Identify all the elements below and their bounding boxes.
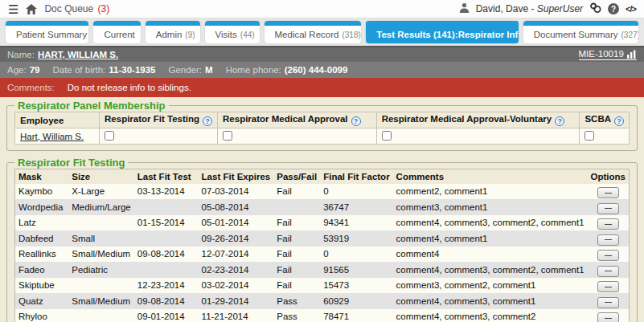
col-last-fit-expires: Last Fit Expires — [199, 169, 274, 184]
tab-current[interactable]: Current — [93, 21, 140, 43]
cell-size: Small/Medium — [68, 293, 134, 309]
comments-value: Do not release info to siblings. — [68, 83, 191, 92]
cell-last-fit-test: 03-13-2014 — [134, 184, 199, 200]
tab-patient-summary[interactable]: Patient Summary — [6, 21, 88, 43]
patient-id-chart-link[interactable]: MIE-10019 — [579, 49, 637, 60]
doc-queue-link[interactable]: Doc Queue — [44, 3, 93, 14]
user-role: SuperUser — [537, 3, 583, 14]
table-row: ReallinksSmall/Medium09-08-201412-07-201… — [15, 247, 630, 263]
respirator-fit-testing-checkbox[interactable] — [105, 131, 114, 141]
cell-comments: comment4, comment1 — [393, 230, 588, 247]
options-button[interactable] — [597, 203, 619, 214]
link-icon[interactable] — [589, 2, 601, 15]
options-button[interactable] — [597, 312, 619, 322]
col-label: SCBA — [585, 114, 611, 124]
hamburger-menu-icon[interactable]: ☰ — [8, 3, 18, 15]
tab-visits[interactable]: Visits(44) — [205, 21, 260, 43]
user-name[interactable]: David, Dave - — [476, 3, 537, 14]
section-title: Respirator Fit Testing — [14, 157, 128, 169]
cell-pass-fail: Pass — [273, 309, 320, 322]
col-employee: Employee — [15, 112, 100, 128]
respirator-panel-membership-section: Respirator Panel Membership Employee Res… — [6, 100, 638, 151]
help-icon[interactable]: ? — [203, 116, 212, 126]
cell-comments: comment3, comment2, comment1 — [393, 278, 588, 294]
chart-tab-bar: Patient Summary Current Admin(9) Visits(… — [0, 18, 644, 46]
doc-queue-count: (3) — [98, 3, 110, 14]
cell-final-fit-factor: 94341 — [320, 215, 392, 231]
dob-value: 11-30-1935 — [109, 65, 155, 75]
cell-size — [68, 309, 134, 322]
minus-icon — [605, 271, 612, 271]
options-button[interactable] — [597, 266, 619, 277]
cell-mask: Quatz — [15, 293, 69, 309]
cell-last-fit-expires: 02-23-2014 — [199, 262, 274, 278]
cell-comments: comment2, comment1 — [393, 184, 588, 200]
respirator-fit-testing-section: Respirator Fit Testing Mask Size Last Fi… — [6, 157, 638, 322]
options-button[interactable] — [597, 250, 619, 261]
bar-chart-icon — [626, 50, 637, 59]
age-label: Age: — [7, 65, 27, 75]
cell-pass-fail — [273, 199, 320, 215]
cell-last-fit-expires: 09-26-2014 — [199, 230, 274, 247]
cell-pass-fail: Pass — [273, 293, 320, 309]
tab-test-results-respirator-info[interactable]: Test Results (141):Respirator Info — [366, 21, 518, 43]
tab-document-summary[interactable]: Document Summary(327) — [523, 21, 638, 43]
cell-last-fit-expires: 05-01-2014 — [199, 215, 274, 231]
tab-label: Admin — [156, 30, 183, 39]
options-button[interactable] — [597, 297, 619, 308]
section-title: Respirator Panel Membership — [14, 100, 169, 112]
tab-count: (327) — [621, 31, 638, 39]
employee-link[interactable]: Hart, William S. — [20, 132, 84, 141]
cell-last-fit-test: 09-08-2014 — [134, 293, 199, 309]
cell-mask: Rhyloo — [15, 309, 69, 322]
help-icon[interactable]: ? — [614, 116, 624, 126]
table-row: DabfeedSmall09-26-2014Fail53919comment4,… — [15, 230, 630, 247]
cell-mask: Dabfeed — [15, 230, 69, 247]
patient-name-link[interactable]: HART, WILLIAM S. — [38, 50, 118, 59]
cell-mask: Fadeo — [15, 262, 69, 278]
help-icon[interactable]: ? — [608, 3, 619, 14]
col-label: Respirator Medical Approval-Voluntary — [382, 114, 552, 124]
col-final-fit-factor: Final Fit Factor — [320, 169, 392, 184]
cell-pass-fail: Fail — [273, 262, 320, 278]
col-last-fit-test: Last Fit Test — [134, 169, 199, 184]
table-row: Rhyloo09-01-201411-21-2014Pass78471comme… — [15, 309, 630, 322]
options-button[interactable] — [597, 218, 619, 230]
gender-value: M — [205, 65, 213, 75]
minus-icon — [605, 193, 612, 194]
help-icon[interactable]: ? — [555, 116, 564, 126]
patient-demographics-bar: Age:79 Date of birth:11-30-1935 Gender:M… — [0, 62, 644, 78]
table-row: QuatzSmall/Medium09-08-201401-29-2014Pas… — [15, 293, 630, 309]
cell-final-fit-factor: 36747 — [320, 199, 392, 215]
tab-medical-record[interactable]: Medical Record(318) — [265, 21, 362, 43]
code-icon[interactable]: </> — [626, 4, 636, 14]
cell-size: X-Large — [68, 184, 134, 200]
table-row: WordpediaMedium/Large05-08-201436747comm… — [15, 199, 630, 215]
col-label: Respirator Medical Approval — [223, 114, 348, 124]
scba-checkbox[interactable] — [585, 131, 594, 141]
options-button[interactable] — [597, 187, 619, 198]
help-icon[interactable]: ? — [351, 116, 361, 126]
tab-admin[interactable]: Admin(9) — [146, 21, 200, 43]
cell-last-fit-test — [134, 230, 199, 247]
membership-row: Hart, William S. — [15, 128, 630, 145]
cell-comments: comment4, comment3, comment2, comment1 — [393, 215, 588, 231]
col-comments: Comments — [393, 169, 588, 184]
cell-last-fit-expires: 03-02-2014 — [199, 278, 274, 294]
cell-mask: Wordpedia — [15, 199, 69, 215]
cell-comments: comment4, comment3, comment1 — [393, 293, 588, 309]
cell-size — [68, 278, 134, 294]
options-button[interactable] — [597, 281, 619, 292]
cell-mask: Kaymbo — [15, 184, 69, 200]
options-button[interactable] — [597, 234, 619, 246]
table-row: Latz01-15-201405-01-2014Fail94341comment… — [15, 215, 630, 231]
cell-final-fit-factor: 15473 — [320, 278, 392, 294]
cell-final-fit-factor: 0 — [320, 184, 392, 200]
table-row: KaymboX-Large03-13-201407-03-2014Fail0co… — [15, 184, 630, 200]
dob-label: Date of birth: — [52, 65, 105, 75]
age-value: 79 — [30, 65, 40, 75]
respirator-medical-approval-voluntary-checkbox[interactable] — [382, 131, 392, 141]
respirator-medical-approval-checkbox[interactable] — [223, 131, 232, 141]
home-icon[interactable] — [26, 4, 37, 14]
comments-label: Comments: — [7, 83, 55, 92]
